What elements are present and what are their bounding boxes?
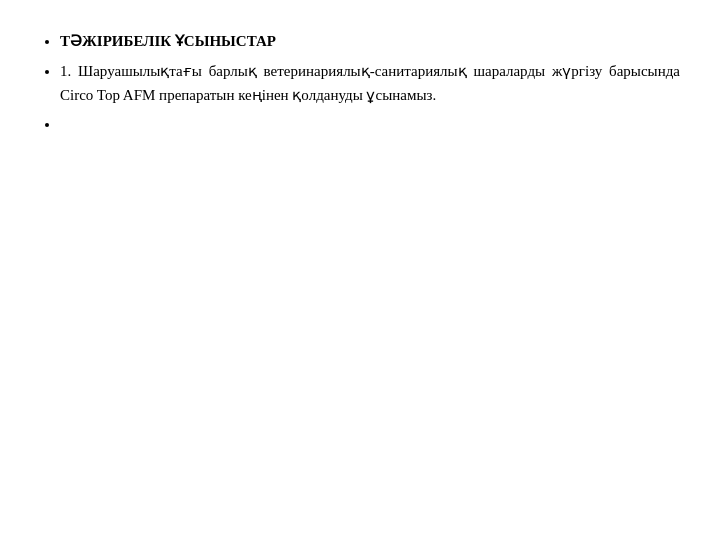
heading-text: ТӘЖІРИБЕЛІК ҰСЫНЫСТАР bbox=[60, 33, 276, 49]
heading-list-item: ТӘЖІРИБЕЛІК ҰСЫНЫСТАР bbox=[60, 30, 680, 53]
body-list-item: 1. Шаруашылықтағы барлық ветеринариялық-… bbox=[60, 59, 680, 107]
empty-list-item bbox=[60, 113, 680, 133]
body-paragraph: 1. Шаруашылықтағы барлық ветеринариялық-… bbox=[60, 63, 680, 103]
content-area: ТӘЖІРИБЕЛІК ҰСЫНЫСТАР 1. Шаруашылықтағы … bbox=[40, 30, 680, 133]
page-container: ТӘЖІРИБЕЛІК ҰСЫНЫСТАР 1. Шаруашылықтағы … bbox=[0, 0, 720, 540]
content-list: ТӘЖІРИБЕЛІК ҰСЫНЫСТАР 1. Шаруашылықтағы … bbox=[40, 30, 680, 133]
